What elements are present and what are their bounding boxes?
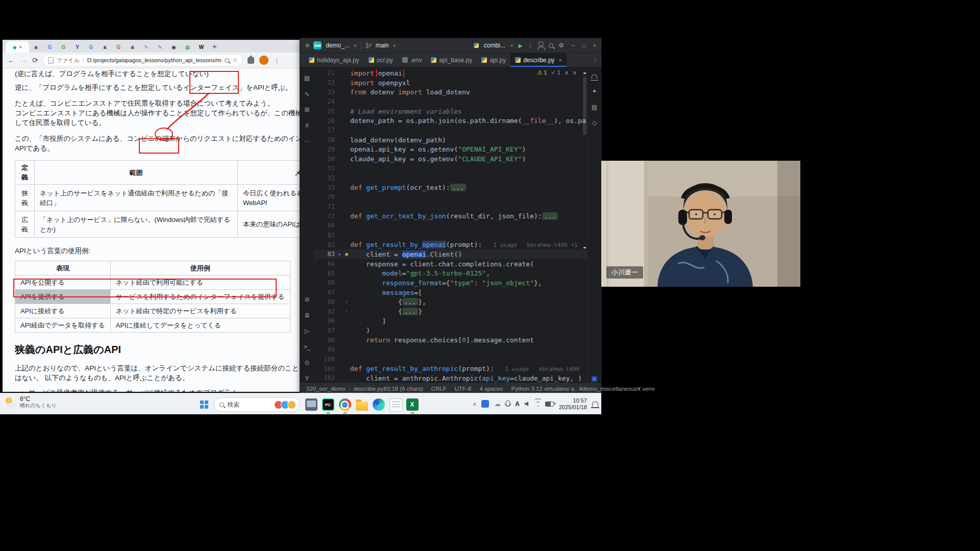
code-line[interactable]: 29openai.api_key = os.getenv("OPENAI_API… [314,145,587,155]
editor-scrollbar[interactable] [583,77,586,135]
run-tool-icon[interactable]: ▷ [305,328,309,335]
prev-problem-icon[interactable]: ∧ [565,69,569,76]
code-line[interactable]: 71 [314,202,587,212]
notifications-panel-icon[interactable]: ◇ [592,119,597,127]
settings-gear-icon[interactable]: ⚙ [558,42,564,49]
code-line[interactable]: 88› {...}, [314,297,587,307]
run-button[interactable]: ▶ [519,43,523,48]
taskbar-app-pycharm[interactable]: PC [322,398,334,411]
code-line[interactable]: 70 [314,192,587,202]
database-icon[interactable]: ≣ [304,312,309,319]
code-line[interactable]: 26dotenv_path = os.path.join(os.path.dir… [314,116,587,126]
ai-gutter-icon[interactable]: ✦ [336,252,343,257]
pull-requests-icon[interactable]: ⊞ [304,106,309,113]
code-line[interactable]: 23from dotenv import load_dotenv [314,87,587,97]
clock-widget[interactable]: 10:57 2025/01/18 [559,397,587,411]
reload-icon[interactable]: ⟳ [32,56,38,64]
browser-tab[interactable]: ✎ [153,41,167,53]
indent-style[interactable]: 4 spaces [479,386,503,392]
code-line[interactable]: 99 [314,345,587,355]
next-problem-icon[interactable]: ∨ [573,69,577,76]
browser-tab[interactable]: a [29,41,43,53]
python-interpreter[interactable]: Python 3.12 virtualenv a...¥demo_miscell… [511,386,654,392]
taskbar-app-notepad[interactable] [389,398,402,411]
todo-icon[interactable]: ⊙ [304,359,309,366]
tab-options-icon[interactable]: ⋮ [592,57,598,64]
back-icon[interactable]: ← [8,56,15,64]
editor-tab[interactable]: api.py [477,53,510,67]
code-line[interactable]: 97 ) [314,326,587,336]
code-line[interactable]: 92› {...} [314,307,587,316]
project-selector[interactable]: demo_... [326,42,350,49]
terminal-icon[interactable]: >_ [304,343,311,350]
editor-tab[interactable]: .env [398,53,427,67]
code-line[interactable]: 27 [314,126,587,135]
code-line[interactable]: 86 response_format={"type": "json_object… [314,278,587,288]
code-line[interactable]: 83✦● client = openai.Client() [314,249,587,259]
project-folder-icon[interactable]: ▤ [304,74,310,82]
forward-icon[interactable]: → [20,56,27,64]
notification-bell-icon[interactable] [592,402,598,407]
code-line[interactable]: 81 [314,231,587,240]
run-config-selector[interactable]: combi... [484,42,505,49]
code-line[interactable]: 84 response = client.chat.completions.cr… [314,259,587,269]
code-line[interactable]: 72def get_ocr_text_by_json(result_dir, j… [314,211,587,221]
browser-tab[interactable]: a [126,41,139,53]
browser-tab[interactable]: ✎ [139,41,153,53]
intention-bulb-icon[interactable]: ● [343,252,350,257]
inspections-widget[interactable]: ⚠ 1 ✓ 1 ∧ ∨ [537,69,577,76]
quick-settings[interactable] [525,401,554,407]
file-encoding[interactable]: UTF-8 [455,386,472,392]
browser-tab[interactable]: G [112,41,126,53]
commit-icon[interactable]: ∿ [304,90,309,97]
profile-avatar[interactable] [259,56,268,65]
code-line[interactable]: 87 messages=[ [314,288,587,297]
code-line[interactable]: 33def get_prompt(ocr_text):... [314,183,587,192]
start-button[interactable] [200,400,208,409]
new-tab-button[interactable]: + [212,40,217,53]
code-line[interactable]: 82def get_result_by_openai(prompt): 1 us… [314,240,587,249]
breadcrumb-root[interactable]: 320_ocr_demo [306,386,346,392]
code-line[interactable]: 24 [314,97,587,107]
address-bar[interactable]: ファイル | D:/projects/galapagos_lessons/pyt… [43,55,242,66]
taskbar-app-chrome[interactable] [339,398,351,411]
search-everywhere-icon[interactable] [549,43,553,48]
code-editor[interactable]: 21import openai22import openpyxl23from d… [314,67,587,382]
code-line[interactable]: 28load_dotenv(dotenv_path) [314,135,587,145]
ai-assistant-icon[interactable]: ✦ [592,88,597,95]
browser-tab[interactable]: ◉ [167,41,181,53]
editor-tab[interactable]: api_base.py [426,53,477,67]
weather-widget[interactable]: 6°C 晴れのちくもり [5,396,56,409]
code-line[interactable]: 32 [314,173,587,183]
code-line[interactable]: 100 [314,355,587,364]
editor-tab[interactable]: ocr.py [364,53,398,67]
code-line[interactable]: 25# Load environment variables [314,107,587,116]
hidden-icons-chevron[interactable]: ∧ [473,402,477,407]
close-button[interactable]: × [593,42,596,48]
tab-close-icon[interactable]: × [19,44,22,50]
database-panel-icon[interactable]: ▤ [592,104,597,111]
ime-indicator[interactable]: A [515,400,520,408]
more-tools-icon[interactable]: ⋯ [304,138,310,145]
browser-menu-icon[interactable]: ⋮ [274,57,280,64]
taskbar-app-excel[interactable]: X [406,398,419,411]
browser-tab[interactable]: G [57,41,70,53]
fold-chevron-icon[interactable]: › [343,309,350,314]
code-line[interactable]: 98 return response.choices[0].message.co… [314,335,587,345]
code-line[interactable]: 85 model="gpt-3.5-turbo-0125", [314,268,587,278]
notifications-bell-icon[interactable] [592,74,597,79]
editor-tab[interactable]: holidays_api.py [304,53,364,67]
extensions-icon[interactable] [248,57,254,64]
editor-tab[interactable]: describe.py× [510,53,567,67]
line-separator[interactable]: CRLF [431,386,447,392]
main-menu-icon[interactable]: ≡ [305,41,309,49]
taskbar-app-explorer[interactable] [356,398,368,411]
minimize-button[interactable]: ─ [571,42,575,48]
problems-icon[interactable]: ⊘ [304,296,309,303]
taskbar-app-edge[interactable] [373,398,385,411]
code-line[interactable]: 22import openpyxl [314,78,587,88]
taskbar-search[interactable]: 検索 [214,397,300,412]
version-control-icon[interactable]: Y [305,375,309,382]
microphone-icon[interactable] [506,400,510,406]
browser-tab[interactable]: ◆× [6,41,29,53]
